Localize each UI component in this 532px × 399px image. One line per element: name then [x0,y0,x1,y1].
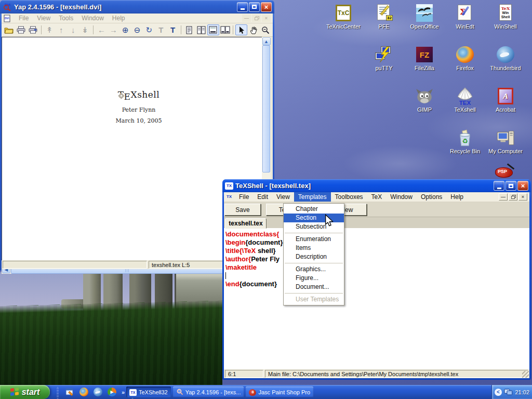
maximize-button[interactable] [506,181,516,191]
menu-file[interactable]: File [15,14,33,23]
show-desktop-icon[interactable] [65,388,74,396]
next-page-icon[interactable]: ↓ [67,24,79,35]
psp-desktop-icon[interactable]: PSP [494,166,516,179]
menu-edit[interactable]: Edit [253,192,272,202]
desktop-icon-label: PFE [364,23,404,30]
print-icon[interactable] [15,24,27,35]
tab-texshell-tex[interactable]: texshell.tex [225,218,267,229]
template-menu-item-graphics[interactable]: Graphics... [284,265,344,274]
template-menu-item-subsection[interactable]: Subsection [284,222,344,231]
desktop-icon-gimp[interactable]: GIMP [405,87,444,113]
maximize-button[interactable] [249,2,260,12]
media-player-icon[interactable]: ▶ [108,388,116,396]
desktop-icon-texshell[interactable]: TEXTeXshell [445,87,485,113]
desktop-icon-recyclebin[interactable]: ♻Recycle Bin [445,129,485,154]
menu-help[interactable]: Help [108,14,129,23]
mdi-restore-button[interactable] [509,193,517,201]
tray-collapse-chevron[interactable]: < [495,389,502,396]
toolbar-grip[interactable] [57,387,59,398]
taskbar-task-yap[interactable]: Yap 2.4.1596 - [texs... [173,387,244,397]
yap-titlebar[interactable]: DVI Yap 2.4.1596 - [texshell.dvi] × [0,0,274,14]
taskbar-task-texshell[interactable]: TXTeXShell32 [126,387,171,397]
minimize-button[interactable] [494,181,504,191]
zoom-in-icon[interactable]: ⊕ [119,24,131,35]
menu-window[interactable]: Window [386,192,417,202]
last-page-icon[interactable]: ↡ [79,24,91,35]
desktop: { "colors": { "titlebar_blue": "#0f49cc"… [0,0,532,399]
menu-templates[interactable]: Templates [294,192,331,202]
desktop-icon-filezilla[interactable]: FZFileZilla [405,46,444,71]
template-menu-item-document[interactable]: Document... [284,283,344,291]
refresh-icon[interactable]: ↻ [143,24,155,35]
start-button[interactable]: start [0,385,50,399]
close-button[interactable]: × [517,181,528,191]
resize-grip[interactable] [522,371,529,378]
network-icon[interactable] [504,389,513,396]
template-menu-item-chapter[interactable]: Chapter [284,205,344,214]
minimize-button[interactable] [237,2,248,12]
latex-editor[interactable]: \documentclass{\begin{document}\title{\T… [224,229,529,369]
menu-view[interactable]: View [33,14,55,23]
mdi-minimize-button[interactable]: — [499,193,508,201]
single-page-icon[interactable] [183,24,195,35]
select-tool-icon[interactable] [235,24,247,35]
facing-pages-icon[interactable] [195,24,207,35]
start-label: start [22,388,40,396]
menu-toolboxes[interactable]: Toolboxes [331,192,367,202]
firefox-ql-icon[interactable] [79,388,88,396]
desktop-icon-acrobat[interactable]: AAcrobat [486,87,525,113]
desktop-icon-thunderbird[interactable]: Thunderbird [486,46,525,71]
desktop-icon-firefox[interactable]: Firefox [445,46,485,71]
forward-icon[interactable]: → [108,24,119,35]
open-icon[interactable] [3,24,15,35]
desktop-icon-putty[interactable]: puTTY [364,46,404,71]
magnifier-tool-icon[interactable] [259,24,271,35]
menu-help[interactable]: Help [446,192,468,202]
template-menu-item-description[interactable]: Description [284,252,344,261]
menu-file[interactable]: File [235,192,253,202]
mdi-close-button[interactable]: × [262,15,271,22]
template-menu-item-section[interactable]: Section [284,214,344,222]
text-tool-icon[interactable]: T [167,24,179,35]
mdi-minimize-button[interactable]: — [242,15,251,22]
vertical-scroll-thumb[interactable] [262,45,270,172]
texshell-titlebar[interactable]: TX TeXShell - [texshell.tex] × [222,179,531,192]
zoom-out-icon[interactable]: ⊖ [131,24,143,35]
save-button[interactable]: Save [224,204,261,216]
ruler-tool-icon[interactable]: T [155,24,167,35]
menu-tools[interactable]: Tools [55,14,77,23]
texshell-client-area: TX FileEditViewTemplatesToolboxesTeXWind… [224,192,529,378]
desktop-icon-winshell[interactable]: TeXWinShellWinShell [486,4,525,30]
dvi-title: TEXshell [79,89,198,100]
close-button[interactable]: × [261,2,272,12]
editor-tab-row: texshell.tex [224,217,529,229]
scroll-up-button[interactable]: ▲ [262,37,271,45]
mdi-close-button[interactable]: × [518,193,527,201]
desktop-icon-winedt[interactable]: ΣWinEdt [445,4,485,30]
double-width-icon[interactable] [219,24,231,35]
menu-options[interactable]: Options [417,192,446,202]
menu-window[interactable]: Window [77,14,108,23]
page-width-icon[interactable] [207,24,219,35]
task-label: Yap 2.4.1596 - [texs... [185,389,241,395]
taskbar-task-psp[interactable]: 8Jasc Paint Shop Pro [246,387,313,397]
desktop-icon-mycomputer[interactable]: My Computer [486,129,525,154]
desktop-icon-openoffice[interactable]: OpenOffice [405,4,444,30]
clock[interactable]: 21:02 [515,389,529,395]
desktop-icon-texniccenter[interactable]: TxCTeXnicCenter [324,4,363,30]
template-menu-item-figure[interactable]: Figure... [284,274,344,283]
overflow-chevron[interactable]: » [122,389,125,395]
menu-view[interactable]: View [272,192,294,202]
prev-page-icon[interactable]: ↑ [55,24,67,35]
desktop-icon-label: Recycle Bin [445,148,485,154]
pan-tool-icon[interactable] [247,24,259,35]
menu-tex[interactable]: TeX [367,192,387,202]
desktop-icon-pfe[interactable]: 32PFE [364,4,404,30]
first-page-icon[interactable]: ↟ [44,24,56,35]
thunderbird-ql-icon[interactable] [94,388,102,396]
template-menu-item-enumeration[interactable]: Enumeration [284,235,344,244]
mdi-restore-button[interactable] [252,15,261,22]
back-icon[interactable]: ← [96,24,108,35]
print-setup-icon[interactable] [27,24,39,35]
template-menu-item-items[interactable]: Items [284,244,344,252]
